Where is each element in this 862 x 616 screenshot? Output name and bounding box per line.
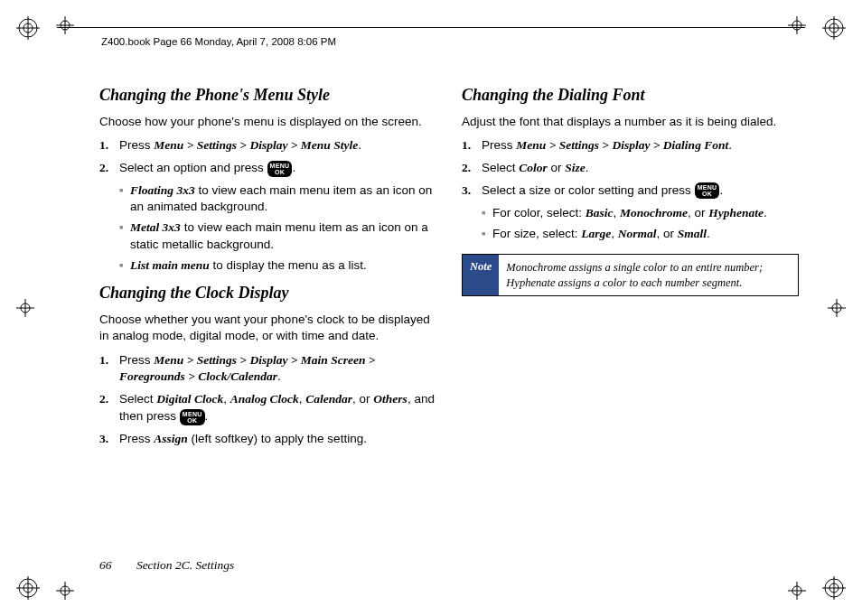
option-label: Metal 3x3 [130,220,181,234]
step-2: 2. Select Color or Size. [462,160,799,177]
option-label: Basic [586,206,614,219]
comma: , [223,392,230,406]
step-text: Press [119,353,154,367]
step-text: Press [482,138,516,152]
header-filename: Z400.book Page 66 Monday, April 7, 2008 … [101,36,336,47]
option-label: Small [678,227,707,240]
period: . [728,138,732,152]
step-text: Press [119,138,154,152]
step-text: Select a size or color setting and press [482,183,695,197]
period: . [205,409,209,423]
crop-mark-icon [16,299,34,317]
note-box: Note Monochrome assigns a single color t… [462,254,799,296]
registration-mark-icon [16,16,40,40]
intro-text: Adjust the font that displays a number a… [462,114,799,130]
option-text: For color, select: [492,206,586,219]
option-label: Digital Clock [156,392,223,406]
step-number: 2. [462,160,471,177]
crop-mark-icon [828,299,846,317]
step-2: 2. Select Digital Clock, Analog Clock, C… [99,391,436,425]
option-label: Floating 3x3 [130,183,195,197]
menu-ok-key-icon: MENUOK [180,409,205,425]
period: . [586,161,589,174]
registration-mark-icon [16,576,40,600]
registration-mark-icon [822,16,846,40]
option-label: Others [373,392,408,406]
step-text: Select [482,161,519,174]
left-column: Changing the Phone's Menu Style Choose h… [99,86,436,553]
period: . [358,138,361,152]
or-text: , or [657,227,678,240]
step-1: 1. Press Menu > Settings > Display > Men… [99,137,436,154]
step-number: 1. [99,352,108,369]
step-1: 1. Press Menu > Settings > Display > Mai… [99,352,436,387]
step-text: Press [119,432,154,445]
menu-ok-key-icon: MENUOK [695,182,720,199]
note-body: Monochrome assigns a single color to an … [499,255,798,295]
crop-mark-icon [56,16,74,34]
or-text: , or [688,206,708,219]
menu-path: Menu > Settings > Display > Menu Style [154,138,358,152]
page-content: Changing the Phone's Menu Style Choose h… [99,86,799,553]
option-text: For size, select: [492,227,581,240]
menu-ok-key-icon: MENUOK [267,161,293,177]
period: . [764,206,767,219]
or-text: , or [352,392,373,406]
step-text: Select [119,392,156,406]
crop-mark-icon [788,16,806,34]
step-number: 1. [99,137,108,154]
step-number: 1. [462,137,471,154]
page-footer: 66 Section 2C. Settings [99,558,234,573]
step-3: 3. Press Assign (left softkey) to apply … [99,431,436,448]
step-2: 2. Select an option and press MENUOK. [99,160,436,177]
intro-text: Choose whether you want your phone's clo… [99,312,436,344]
option-label: Color [519,161,548,174]
step-text: (left softkey) to apply the setting. [188,432,367,445]
option-label: List main menu [130,258,210,272]
menu-path: Menu > Settings > Display > Dialing Font [516,138,728,152]
comma: , [614,206,621,219]
menu-path: Menu > Settings > Display > Main Screen … [119,353,376,384]
option-label: Calendar [305,392,352,406]
sub-option-color: For color, select: Basic, Monochrome, or… [462,205,799,221]
period: . [277,369,281,383]
crop-mark-icon [788,582,806,600]
registration-mark-icon [822,576,846,600]
heading-dialing-font: Changing the Dialing Font [462,86,799,105]
page-number: 66 [99,558,112,572]
step-number: 2. [99,160,108,177]
sub-option-list: List main menu to display the menu as a … [99,257,436,274]
header-rule [57,27,805,28]
step-number: 3. [462,182,471,200]
option-text: to display the menu as a list. [210,258,367,272]
heading-menu-style: Changing the Phone's Menu Style [99,86,436,105]
step-number: 2. [99,391,108,408]
step-1: 1. Press Menu > Settings > Display > Dia… [462,137,799,154]
period: . [292,161,295,174]
sub-option-metal: Metal 3x3 to view each main menu item as… [99,219,436,252]
crop-mark-icon [56,582,74,600]
step-text: Select an option and press [119,161,267,174]
option-label: Normal [618,227,657,240]
section-label: Section 2C. Settings [136,558,234,572]
period: . [719,183,723,197]
option-label: Monochrome [620,206,688,219]
option-label: Analog Clock [230,392,299,406]
intro-text: Choose how your phone's menu is displaye… [99,114,436,130]
step-3: 3. Select a size or color setting and pr… [462,182,799,200]
option-label: Large [581,227,611,240]
period: . [707,227,710,240]
sub-option-floating: Floating 3x3 to view each main menu item… [99,182,436,215]
or-text: or [548,161,566,174]
right-column: Changing the Dialing Font Adjust the fon… [462,86,799,553]
sub-option-size: For size, select: Large, Normal, or Smal… [462,226,799,242]
step-number: 3. [99,431,108,448]
option-label: Size [565,161,586,174]
heading-clock-display: Changing the Clock Display [99,284,436,303]
comma: , [611,227,618,240]
option-label: Hyphenate [708,206,764,219]
softkey-label: Assign [154,432,188,445]
note-label: Note [463,255,499,295]
